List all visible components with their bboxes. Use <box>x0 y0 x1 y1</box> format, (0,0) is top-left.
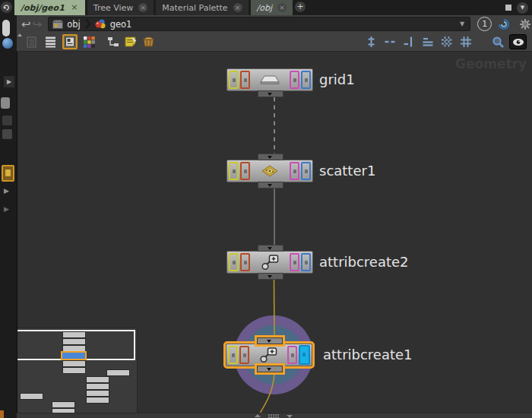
bypass-flag[interactable] <box>228 346 238 364</box>
follow-selection-icon[interactable] <box>498 18 510 30</box>
output-connector[interactable] <box>258 273 283 280</box>
tab-obj-geo1[interactable]: /obj/geo1 × <box>14 0 85 15</box>
node-body[interactable] <box>226 68 313 91</box>
shelf-play-icon[interactable]: ▶ <box>4 205 9 213</box>
minimap-node-bar <box>87 377 109 382</box>
minimap-node-bar <box>21 394 43 399</box>
node-label: scatter1 <box>319 163 375 179</box>
node-body[interactable] <box>226 160 313 182</box>
node-scatter1[interactable]: scatter1 <box>226 160 313 182</box>
network-overview-minimap[interactable] <box>10 328 138 414</box>
thumbnail-view-active-icon[interactable] <box>62 34 78 49</box>
bypass-flag[interactable] <box>229 253 239 271</box>
template-flag[interactable] <box>287 346 297 364</box>
tab-material-palette[interactable]: Material Palette × <box>156 0 248 15</box>
snap-grid-icon[interactable] <box>439 34 454 49</box>
minimap-node-bar <box>63 368 85 373</box>
maximize-pane-icon[interactable] <box>505 5 511 11</box>
collapse-down-icon[interactable] <box>287 415 293 418</box>
node-attribcreate1[interactable]: attribcreate1 <box>226 344 312 366</box>
template-flag[interactable] <box>290 71 299 89</box>
expand-up-icon[interactable] <box>255 414 261 417</box>
node-body[interactable] <box>226 251 313 274</box>
shelf-tool-icon[interactable] <box>2 129 12 139</box>
network-path-bar: ↩ ↪ obj geo1 ▼ 1 <box>17 15 532 33</box>
align-horizontal-icon[interactable] <box>420 34 435 49</box>
horizontal-spacing-icon[interactable] <box>382 34 397 49</box>
display-flag[interactable] <box>301 253 311 271</box>
close-icon[interactable]: × <box>70 3 79 12</box>
pane-tab-bar: /obj/geo1 × Tree View × Material Palette… <box>0 0 532 15</box>
node-attribcreate2[interactable]: attribcreate2 <box>226 251 313 274</box>
search-icon[interactable] <box>490 34 505 49</box>
template-flag[interactable] <box>290 162 299 180</box>
pane-menu-button[interactable]: ▼ <box>517 2 528 14</box>
close-icon[interactable]: × <box>277 3 287 12</box>
path-dropdown-icon[interactable]: ▼ <box>460 21 466 27</box>
node-body[interactable] <box>226 344 312 366</box>
toolbar-right-group <box>363 34 532 49</box>
lock-flag[interactable] <box>240 162 250 180</box>
show-grid-icon[interactable] <box>458 34 473 49</box>
dependency-links-icon[interactable] <box>106 34 121 49</box>
lock-flag[interactable] <box>240 71 250 89</box>
pane-history-icon[interactable] <box>1 2 12 13</box>
new-tab-button[interactable]: + <box>295 2 306 12</box>
shelf-tool-icon[interactable] <box>1 97 10 109</box>
left-shelf-strip: ▶ ▶ ▶ <box>0 15 17 418</box>
output-connector[interactable] <box>258 182 283 188</box>
shelf-arrow-icon[interactable]: ▶ <box>4 76 14 87</box>
breadcrumb-current[interactable]: geo1 <box>110 19 132 30</box>
grid-node-icon <box>252 74 288 86</box>
input-connector[interactable] <box>257 337 283 344</box>
forward-button[interactable]: ↪ <box>33 17 43 32</box>
vertical-spacing-icon[interactable] <box>363 34 378 49</box>
shelf-tool-icon[interactable] <box>2 38 13 49</box>
tab-label: /obj <box>257 3 272 13</box>
network-bottom-bar[interactable] <box>17 413 532 418</box>
link-group-badge[interactable]: 1 <box>477 17 492 31</box>
breadcrumb[interactable]: obj geo1 ▼ <box>48 17 470 31</box>
input-connector[interactable] <box>258 245 283 252</box>
visibility-eye-button[interactable] <box>509 34 527 49</box>
attribcreate-node-icon <box>252 254 288 271</box>
shelf-scrollbar-thumb[interactable] <box>2 20 10 36</box>
network-toolbar <box>17 33 532 52</box>
display-flag-on[interactable] <box>299 345 310 365</box>
back-button[interactable]: ↩ <box>21 17 31 32</box>
houdini-window: /obj/geo1 × Tree View × Material Palette… <box>0 0 532 418</box>
shelf-active-tool-icon[interactable] <box>2 165 14 182</box>
template-flag[interactable] <box>290 253 299 271</box>
bundle-box-icon[interactable] <box>141 34 156 49</box>
close-icon[interactable]: × <box>233 3 242 12</box>
breadcrumb-root[interactable]: obj <box>67 19 81 30</box>
tab-obj[interactable]: /obj × <box>251 0 293 15</box>
close-icon[interactable]: × <box>138 3 147 12</box>
minimap-node-bar <box>52 402 74 407</box>
list-view-icon[interactable] <box>43 34 58 49</box>
shelf-tool-icon[interactable] <box>2 116 12 125</box>
minimap-node-bar <box>63 346 85 351</box>
display-flag[interactable] <box>301 162 311 180</box>
lock-flag[interactable] <box>240 253 250 271</box>
gear-icon[interactable] <box>519 18 531 30</box>
lock-flag[interactable] <box>239 346 249 364</box>
drag-handle-dots-icon[interactable] <box>268 414 270 416</box>
minimap-node-bar <box>107 370 129 375</box>
display-flag[interactable] <box>301 71 311 89</box>
bypass-flag[interactable] <box>229 71 239 89</box>
toolbar-collapse-handle[interactable] <box>17 33 21 51</box>
input-connector[interactable] <box>258 154 283 160</box>
parent-network-icon[interactable] <box>24 34 40 49</box>
sticky-note-icon[interactable] <box>123 34 138 49</box>
output-connector[interactable] <box>257 366 283 372</box>
node-grid1[interactable]: grid1 <box>226 68 313 91</box>
align-vertical-icon[interactable] <box>401 34 416 49</box>
bypass-flag[interactable] <box>229 162 239 180</box>
tab-tree-view[interactable]: Tree View × <box>87 0 154 15</box>
color-palette-icon[interactable] <box>81 34 97 49</box>
shelf-play-icon[interactable]: ▶ <box>4 187 9 195</box>
tab-label: Material Palette <box>162 3 227 13</box>
attribcreate-node-icon <box>251 347 286 363</box>
output-connector[interactable] <box>258 90 283 97</box>
